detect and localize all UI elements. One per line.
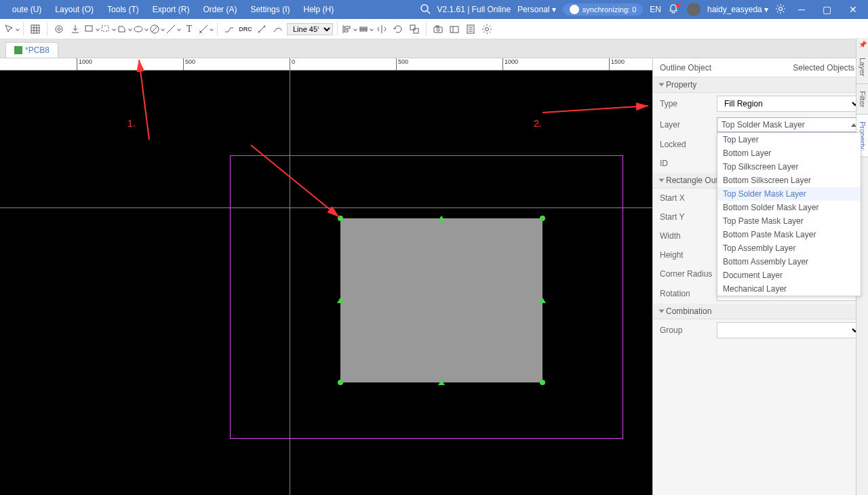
label-type: Type xyxy=(660,99,717,108)
username-label[interactable]: haidy_easyeda ▾ xyxy=(707,5,768,14)
3d-icon[interactable] xyxy=(447,22,462,37)
tool-select-rect[interactable] xyxy=(100,22,115,37)
layer-option[interactable]: Bottom Paste Mask Layer xyxy=(717,228,861,241)
section-property[interactable]: Property xyxy=(653,77,868,93)
handle-tl[interactable] xyxy=(338,216,343,221)
notifications-icon[interactable] xyxy=(668,3,680,16)
handle-r[interactable] xyxy=(539,298,546,303)
tool-polygon[interactable] xyxy=(117,22,132,37)
menu-layout[interactable]: Layout (O) xyxy=(48,0,100,19)
svg-rect-33 xyxy=(450,26,458,33)
menu-export[interactable]: Export (R) xyxy=(146,0,197,19)
layer-option[interactable]: Bottom Assembly Layer xyxy=(717,255,861,269)
layer-option[interactable]: Mechanical Layer xyxy=(717,282,861,296)
tool-line[interactable] xyxy=(165,22,180,37)
layer-option[interactable]: Top Assembly Layer xyxy=(717,241,861,255)
bom-icon[interactable] xyxy=(463,22,478,37)
type-select[interactable]: Fill Region xyxy=(717,96,861,112)
layer-option[interactable]: Bottom Silkscreen Layer xyxy=(717,174,861,187)
distribute-icon[interactable] xyxy=(358,22,373,37)
tabbar: *PCB8 xyxy=(0,39,868,58)
svg-point-31 xyxy=(437,28,439,31)
tool-arc[interactable] xyxy=(271,22,285,37)
tool-measure[interactable] xyxy=(254,22,269,37)
tab-icon xyxy=(14,46,22,54)
handle-l[interactable] xyxy=(337,298,344,303)
svg-point-19 xyxy=(264,26,265,27)
fill-region-selected[interactable] xyxy=(340,218,542,382)
handle-tr[interactable] xyxy=(540,216,545,221)
label-layer: Layer xyxy=(660,120,717,130)
handle-bl[interactable] xyxy=(338,380,343,385)
align-left-icon[interactable] xyxy=(342,22,357,37)
svg-rect-30 xyxy=(434,27,442,33)
layer-option[interactable]: Top Paste Mask Layer xyxy=(717,214,861,228)
avatar[interactable] xyxy=(687,3,701,16)
label-id: ID xyxy=(660,159,717,168)
settings-gear-icon[interactable] xyxy=(775,3,786,16)
tool-via[interactable] xyxy=(68,22,83,37)
tool-target[interactable] xyxy=(52,22,66,37)
layer-option[interactable]: Top Layer xyxy=(717,133,861,146)
tool-drc[interactable]: DRC xyxy=(238,22,253,37)
cloud-icon xyxy=(570,5,579,14)
menu-route[interactable]: oute (U) xyxy=(5,0,48,19)
flip-h-icon[interactable] xyxy=(374,22,389,37)
tool-route[interactable] xyxy=(222,22,237,37)
handle-br[interactable] xyxy=(540,380,545,385)
rotate-icon[interactable] xyxy=(391,22,406,37)
tool-rect[interactable] xyxy=(84,22,99,37)
canvas-area[interactable]: 1000 500 0 500 1000 1500 xyxy=(0,58,652,495)
group-select[interactable] xyxy=(717,322,861,338)
minimize-button[interactable]: ─ xyxy=(793,4,810,15)
label-locked: Locked xyxy=(660,140,717,149)
svg-point-39 xyxy=(486,27,489,31)
menu-tools[interactable]: Tools (T) xyxy=(100,0,146,19)
svg-line-15 xyxy=(167,25,175,33)
layer-option[interactable]: Top Solder Mask Layer xyxy=(717,187,861,201)
close-button[interactable]: ✕ xyxy=(844,4,863,15)
tool-text[interactable]: T xyxy=(182,22,197,37)
layer-select[interactable]: Top Solder Mask Layer Top Layer Bottom L… xyxy=(717,117,861,132)
sync-status[interactable]: synchronizing: 0 xyxy=(563,3,644,16)
svg-rect-3 xyxy=(31,25,39,33)
canvas[interactable] xyxy=(0,71,652,495)
svg-rect-29 xyxy=(414,28,418,33)
line-mode-select[interactable]: Line 45° xyxy=(287,23,333,35)
side-tab-layer[interactable]: Layer xyxy=(856,51,868,84)
label-starty: Start Y xyxy=(660,212,717,222)
tool-keepout[interactable] xyxy=(149,22,164,37)
workspace-selector[interactable]: Personal ▾ xyxy=(517,5,556,14)
tool-grid[interactable] xyxy=(28,22,43,37)
maximize-button[interactable]: ▢ xyxy=(817,4,837,15)
layer-option[interactable]: Top Silkscreen Layer xyxy=(717,160,861,174)
gear-icon[interactable] xyxy=(479,22,494,37)
handle-b[interactable] xyxy=(438,380,445,385)
svg-point-12 xyxy=(134,26,142,32)
menu-order[interactable]: Order (A) xyxy=(196,0,243,19)
side-tab-filter[interactable]: Filter xyxy=(856,84,868,115)
svg-line-1 xyxy=(427,11,430,14)
language-selector[interactable]: EN xyxy=(650,5,661,14)
layer-option[interactable]: Bottom Solder Mask Layer xyxy=(717,201,861,214)
section-combination[interactable]: Combination xyxy=(653,304,868,319)
properties-panel: Outline Object Selected Objects 1 Proper… xyxy=(652,58,868,495)
group-icon[interactable] xyxy=(407,22,422,37)
menu-help[interactable]: Help (H) xyxy=(296,0,340,19)
tab-pcb8[interactable]: *PCB8 xyxy=(5,42,58,58)
label-rotation: Rotation xyxy=(660,289,717,298)
camera-icon[interactable] xyxy=(431,22,446,37)
tool-cursor[interactable] xyxy=(4,22,19,37)
layer-dropdown-list: Top Layer Bottom Layer Top Silkscreen La… xyxy=(717,132,861,296)
svg-rect-10 xyxy=(85,26,92,31)
layer-option[interactable]: Bottom Layer xyxy=(717,146,861,160)
pin-icon[interactable]: 📌 xyxy=(856,38,868,51)
search-icon[interactable] xyxy=(420,3,431,16)
tool-ellipse[interactable] xyxy=(133,22,148,37)
menu-settings[interactable]: Settings (I) xyxy=(243,0,296,19)
label-width: Width xyxy=(660,231,717,241)
handle-t[interactable] xyxy=(438,216,445,221)
panel-title: Outline Object xyxy=(660,63,711,73)
tool-dimension[interactable] xyxy=(198,22,213,37)
layer-option[interactable]: Document Layer xyxy=(717,269,861,282)
